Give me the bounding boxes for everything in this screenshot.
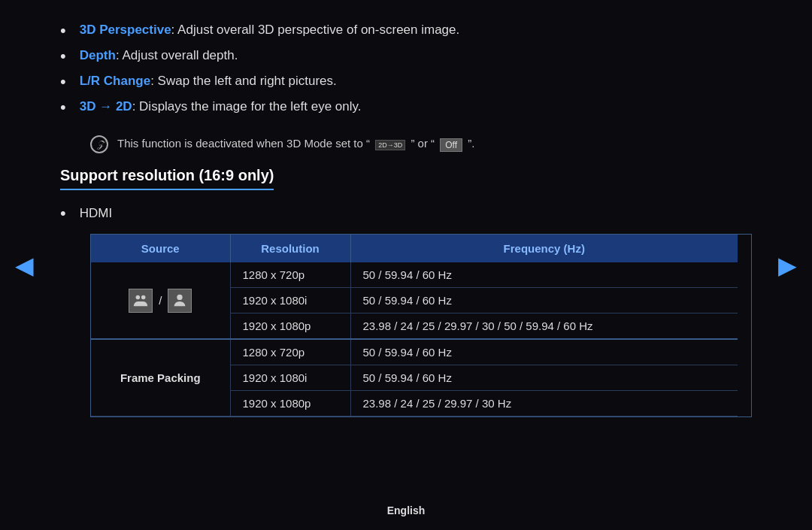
- bullet-3d-perspective: 3D Perspective: Adjust overall 3D perspe…: [60, 23, 752, 41]
- table-header-row: Source Resolution Frequency (Hz): [91, 235, 738, 262]
- nav-arrow-right[interactable]: ▶: [778, 251, 797, 280]
- footer-language: English: [387, 504, 426, 516]
- term-depth: Depth: Adjust overall depth.: [80, 48, 238, 63]
- col-resolution: Resolution: [230, 235, 350, 262]
- icon-2d3d: 2D→3D: [375, 140, 405, 150]
- resolution-cell: 1920 x 1080i: [230, 288, 350, 313]
- freq-cell: 50 / 59.94 / 60 Hz: [350, 365, 738, 391]
- term-3d-2d: 3D → 2D: Displays the image for the left…: [80, 99, 362, 114]
- col-source: Source: [91, 235, 230, 262]
- svg-point-0: [136, 295, 141, 299]
- frame-packing-cell: Frame Packing: [91, 339, 230, 416]
- col-frequency: Frequency (Hz): [350, 235, 738, 262]
- resolution-cell: 1920 x 1080p: [230, 391, 350, 416]
- section-title: Support resolution (16:9 only): [60, 167, 752, 204]
- person-icon-group: [129, 289, 153, 313]
- freq-cell: 23.98 / 24 / 25 / 29.97 / 30 / 50 / 59.9…: [350, 313, 738, 340]
- hdmi-label: HDMI: [60, 204, 752, 223]
- off-badge: Off: [440, 138, 462, 152]
- bullet-lr-change: L/R Change: Swap the left and right pict…: [60, 74, 752, 92]
- term-lr-change: L/R Change: Swap the left and right pict…: [80, 74, 337, 89]
- resolution-cell: 1920 x 1080i: [230, 365, 350, 391]
- freq-cell: 50 / 59.94 / 60 Hz: [350, 262, 738, 288]
- nav-arrow-left[interactable]: ◀: [15, 251, 34, 280]
- freq-cell: 50 / 59.94 / 60 Hz: [350, 339, 738, 365]
- note-icon: 𝒵: [90, 135, 108, 153]
- person-icon-single: [168, 289, 192, 313]
- note-text: This function is deactivated when 3D Mod…: [117, 137, 474, 151]
- freq-cell: 50 / 59.94 / 60 Hz: [350, 288, 738, 313]
- table-row: Frame Packing 1280 x 720p 50 / 59.94 / 6…: [91, 339, 738, 365]
- term-3d-perspective: 3D Perspective: Adjust overall 3D perspe…: [80, 23, 460, 38]
- resolution-cell: 1280 x 720p: [230, 339, 350, 365]
- table-row: / 1280 x 720p 50 / 59.94 / 60 Hz: [91, 262, 738, 288]
- slash-separator: /: [159, 294, 162, 307]
- note-row: 𝒵 This function is deactivated when 3D M…: [90, 135, 752, 153]
- bullet-3d-2d: 3D → 2D: Displays the image for the left…: [60, 99, 752, 117]
- source-icons-cell: /: [91, 262, 230, 339]
- resolution-table: Source Resolution Frequency (Hz): [90, 234, 752, 417]
- bullet-list: 3D Perspective: Adjust overall 3D perspe…: [60, 23, 752, 117]
- freq-cell: 23.98 / 24 / 25 / 29.97 / 30 Hz: [350, 391, 738, 416]
- svg-point-1: [141, 295, 146, 299]
- svg-point-2: [177, 294, 183, 299]
- resolution-cell: 1920 x 1080p: [230, 313, 350, 340]
- resolution-cell: 1280 x 720p: [230, 262, 350, 288]
- bullet-depth: Depth: Adjust overall depth.: [60, 48, 752, 66]
